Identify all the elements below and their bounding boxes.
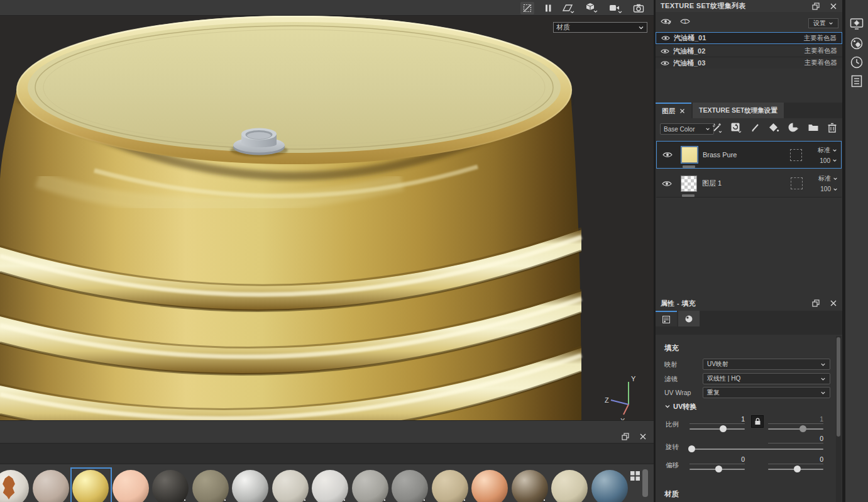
uv-wrap-dropdown[interactable]: 重复 bbox=[703, 387, 830, 398]
layer-thumbnail[interactable] bbox=[681, 147, 698, 163]
shader-settings-icon[interactable] bbox=[850, 36, 864, 50]
eye-icon[interactable] bbox=[662, 151, 673, 159]
texture-set-settings-button[interactable]: 设置 bbox=[808, 18, 838, 28]
eye-icon[interactable] bbox=[661, 48, 669, 55]
studded-metal-material[interactable] bbox=[512, 470, 548, 502]
camera-view-tool[interactable] bbox=[608, 3, 624, 13]
tab-texture-set-settings[interactable]: TEXTURE SET纹理集设置 bbox=[693, 103, 784, 118]
trash-icon[interactable] bbox=[827, 122, 837, 133]
display-mode-label: 材质 bbox=[556, 23, 570, 32]
concrete-speckled-material[interactable] bbox=[352, 470, 388, 502]
history-icon[interactable] bbox=[850, 55, 864, 69]
log-icon[interactable] bbox=[850, 74, 864, 88]
slider-thumb[interactable] bbox=[688, 445, 695, 452]
properties-scrollbar[interactable] bbox=[836, 336, 842, 502]
scale-x-value[interactable]: 1 bbox=[689, 415, 745, 424]
steel-blue-material[interactable] bbox=[591, 470, 628, 502]
filter-dropdown[interactable]: 双线性 | HQ bbox=[703, 373, 830, 384]
blend-mode-dropdown[interactable]: 标准 bbox=[808, 146, 837, 155]
mask-placeholder-icon[interactable] bbox=[790, 149, 802, 161]
blend-mode-dropdown[interactable]: 标准 bbox=[809, 174, 838, 183]
mapping-dropdown[interactable]: UV映射 bbox=[703, 359, 830, 370]
smart-material-icon[interactable] bbox=[788, 122, 800, 133]
cream-material[interactable] bbox=[551, 470, 588, 502]
screenshot-button[interactable] bbox=[633, 3, 644, 13]
copper-material[interactable] bbox=[471, 470, 508, 502]
close-icon[interactable] bbox=[639, 433, 647, 440]
folder-icon[interactable] bbox=[808, 122, 820, 133]
polished-silver-material[interactable] bbox=[232, 470, 268, 502]
shader-type: 主要着色器 bbox=[804, 34, 837, 43]
smart-material-dots-icon bbox=[420, 499, 427, 502]
rotation-value[interactable]: 0 bbox=[768, 435, 823, 443]
settings-button-label: 设置 bbox=[813, 19, 826, 28]
texture-set-row[interactable]: 汽油桶_01 主要着色器 bbox=[656, 32, 842, 44]
slider-thumb[interactable] bbox=[720, 425, 727, 432]
peach-material[interactable] bbox=[113, 470, 149, 502]
gold-material[interactable] bbox=[72, 470, 109, 502]
display-settings-icon[interactable] bbox=[850, 18, 864, 30]
carbon-weave-material[interactable] bbox=[152, 470, 189, 502]
stencil-disabled-icon[interactable] bbox=[520, 2, 534, 14]
properties-title: 属性 - 填充 bbox=[661, 299, 696, 308]
scale-x-slider[interactable] bbox=[689, 428, 745, 430]
slider-thumb[interactable] bbox=[799, 425, 806, 432]
concrete-gray-material[interactable] bbox=[392, 470, 428, 502]
pause-button[interactable] bbox=[544, 4, 552, 13]
chevron-down-icon bbox=[820, 362, 826, 367]
scale-y-slider[interactable] bbox=[768, 428, 823, 430]
speckled-marble-material[interactable] bbox=[272, 470, 309, 502]
plaster-white-material[interactable] bbox=[312, 470, 348, 502]
viewport-display-mode-dropdown[interactable]: 材质 bbox=[553, 22, 647, 33]
offset-x-value[interactable]: 0 bbox=[689, 455, 745, 464]
solo-view-icon[interactable]: 1 bbox=[679, 17, 691, 26]
add-effect-icon[interactable] bbox=[711, 122, 723, 133]
fill-bucket-icon[interactable] bbox=[768, 122, 780, 133]
white-leaf-material[interactable] bbox=[0, 470, 29, 502]
shelf-scrollbar[interactable] bbox=[642, 469, 648, 497]
plane-projection-tool[interactable] bbox=[562, 3, 576, 13]
shelf-filter-bar[interactable] bbox=[0, 443, 654, 464]
undock-icon[interactable] bbox=[812, 299, 820, 307]
texture-set-row[interactable]: 汽油桶_03 主要着色器 bbox=[656, 57, 842, 69]
paint-layer-icon[interactable] bbox=[750, 122, 761, 133]
sand-tan-material[interactable] bbox=[432, 470, 468, 502]
close-icon[interactable] bbox=[679, 108, 685, 114]
opacity-dropdown[interactable]: 100 bbox=[809, 186, 838, 192]
offset-y-value[interactable]: 0 bbox=[768, 455, 823, 464]
layer-row[interactable]: 图层 1 标准 100 bbox=[656, 170, 842, 198]
close-icon[interactable] bbox=[830, 3, 837, 10]
mask-placeholder-icon[interactable] bbox=[791, 177, 803, 189]
offset-y-slider[interactable] bbox=[768, 469, 823, 470]
opacity-dropdown[interactable]: 100 bbox=[808, 157, 837, 164]
tab-material[interactable] bbox=[678, 311, 700, 326]
eye-icon[interactable] bbox=[661, 35, 670, 42]
slider-thumb[interactable] bbox=[715, 466, 722, 472]
undock-icon[interactable] bbox=[812, 3, 820, 10]
olive-matte-material[interactable] bbox=[192, 470, 229, 502]
visibility-sync-icon[interactable] bbox=[661, 17, 672, 26]
tab-layers[interactable]: 图层 bbox=[656, 103, 691, 118]
3d-viewport[interactable]: 材质 Y Z X bbox=[0, 16, 654, 420]
eye-icon[interactable] bbox=[661, 60, 669, 67]
channel-dropdown[interactable]: Base Color bbox=[660, 123, 714, 135]
close-icon[interactable] bbox=[830, 299, 837, 307]
slider-thumb[interactable] bbox=[794, 466, 801, 472]
eye-icon[interactable] bbox=[662, 180, 672, 187]
scale-lock[interactable] bbox=[751, 415, 764, 428]
grid-view-icon[interactable] bbox=[630, 471, 640, 481]
layer-row[interactable]: Brass Pure 标准 100 bbox=[656, 141, 842, 169]
add-fill-layer-icon[interactable] bbox=[730, 122, 742, 133]
texture-set-row[interactable]: 汽油桶_02 主要着色器 bbox=[656, 45, 842, 57]
offset-x-slider[interactable] bbox=[689, 469, 745, 470]
rotation-slider[interactable] bbox=[689, 449, 823, 450]
uv-transform-header[interactable]: UV转换 bbox=[673, 402, 696, 411]
clay-beige-material[interactable] bbox=[33, 470, 69, 502]
layer-thumbnail[interactable] bbox=[681, 176, 697, 192]
cube-mesh-tool[interactable] bbox=[585, 3, 599, 13]
scale-y-value[interactable]: 1 bbox=[768, 415, 823, 424]
texture-set-name: 汽油桶_03 bbox=[673, 59, 705, 68]
chevron-down-icon bbox=[638, 25, 644, 31]
undock-icon[interactable] bbox=[622, 433, 629, 440]
tab-properties[interactable] bbox=[656, 311, 677, 326]
